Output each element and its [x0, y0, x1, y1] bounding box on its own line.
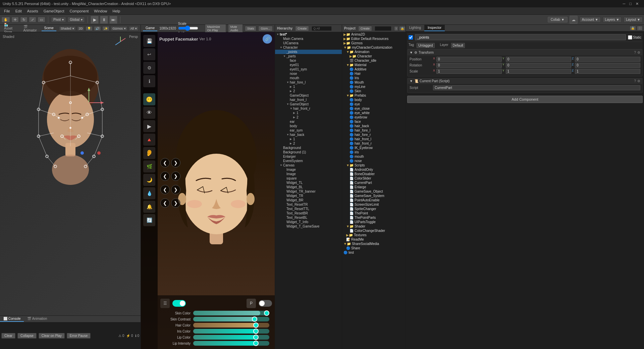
proj-nose-pref[interactable]: 🔵 nose: [342, 159, 406, 163]
tree-body[interactable]: body: [275, 124, 342, 128]
proj-androidonly[interactable]: 📄 AndroidOnly: [342, 167, 406, 172]
proj-editordefault[interactable]: ▶📁 Editor Default Resources: [342, 37, 406, 41]
settings-icon-btn[interactable]: ⚙: [143, 62, 155, 74]
tree-widgettinfo[interactable]: Widget_T_Info: [275, 220, 342, 224]
2d-toggle[interactable]: 2D: [77, 26, 85, 31]
menu-help[interactable]: Help: [110, 8, 123, 14]
error-pause-btn[interactable]: Error Pause: [67, 333, 91, 339]
tree-hairforel-2[interactable]: ▶ 2: [275, 89, 342, 93]
tree-textresettl[interactable]: Text_ResetTTL: [275, 207, 342, 211]
pivot-dropdown[interactable]: Pivot ▾: [51, 17, 66, 22]
tree-mouth[interactable]: mouth: [275, 76, 342, 80]
scale-z-input[interactable]: [575, 69, 640, 74]
proj-mycharacter[interactable]: ▼📁 myCharacterCustomization: [342, 45, 406, 50]
clear-btn[interactable]: Clear: [1, 333, 15, 339]
tree-eye01-sym[interactable]: eye01_sym: [275, 67, 342, 71]
maximize-on-play-btn[interactable]: Maximize On Play: [205, 24, 226, 33]
tree-widgettr[interactable]: Widget_TR: [275, 194, 342, 198]
back-icon-btn[interactable]: ↩: [143, 48, 155, 60]
collab-dropdown[interactable]: Collab ▼: [548, 17, 568, 22]
animator-tab[interactable]: 🎬 Animator: [21, 24, 39, 33]
nav-right-4[interactable]: ❯: [171, 198, 180, 208]
tree-go1[interactable]: GameObject: [275, 93, 342, 98]
lip-intensity-thumb[interactable]: [253, 341, 259, 346]
tree-square[interactable]: square: [275, 176, 342, 181]
proj-currentpart[interactable]: 📄 CurrentPart: [342, 181, 406, 185]
add-component-btn[interactable]: Add Component: [407, 96, 643, 103]
social-share-btn[interactable]: 🔗: [263, 34, 272, 44]
proj-textures[interactable]: ▶📁 Textures: [342, 233, 406, 237]
tree-test[interactable]: ▼ test*: [275, 32, 342, 37]
static-checkbox[interactable]: [628, 35, 632, 40]
proj-screensizelimit[interactable]: 📄 ScreenSizeLimit: [342, 202, 406, 207]
tree-hfr-2[interactable]: ▶ 2: [275, 115, 342, 119]
list-icon[interactable]: ☰: [160, 299, 170, 308]
currentpart-help[interactable]: ?: [634, 79, 636, 83]
nav-left-1[interactable]: ❮: [160, 158, 170, 167]
proj-skin[interactable]: 🔵 Skin: [342, 89, 406, 93]
pause-button[interactable]: ⏸: [100, 16, 108, 24]
inspector-lock-btn[interactable]: 🔒: [630, 26, 636, 31]
hierarchy-search[interactable]: [312, 26, 332, 31]
tree-hairfrontr[interactable]: ▼ hair_front_r: [275, 106, 342, 111]
tree-maincamera[interactable]: Main Camera: [275, 37, 342, 41]
proj-colorchangeshader[interactable]: 📄 ColorChangeShader: [342, 229, 406, 233]
minimize-btn[interactable]: ─: [623, 2, 626, 6]
animation-tab[interactable]: 🎬 Animation: [24, 316, 50, 322]
rot-x-input[interactable]: [436, 63, 502, 68]
proj-character-anim[interactable]: ▶📁 Character: [342, 54, 406, 58]
rot-z-input[interactable]: [575, 63, 640, 68]
proj-bonedisabler[interactable]: 📄 BoneDisabler: [342, 172, 406, 176]
tree-textresetbr[interactable]: Text_ResetBR: [275, 211, 342, 215]
tree-enlarger[interactable]: Enlarger: [275, 154, 342, 159]
tree-character[interactable]: ▼ Character: [275, 45, 342, 50]
layer-value[interactable]: Default: [451, 43, 465, 48]
hand-tool[interactable]: ✋: [1, 17, 10, 22]
scale-tool[interactable]: ⤢: [29, 17, 36, 22]
proj-share[interactable]: 🔵 Share: [342, 246, 406, 250]
account-dropdown[interactable]: Account ▼: [580, 17, 601, 22]
proj-gamesavesys[interactable]: 📄 GameSave_System: [342, 194, 406, 198]
toggle-1[interactable]: [172, 300, 186, 307]
console-tab[interactable]: ⬜ Console: [0, 316, 24, 322]
inspector-tab[interactable]: Inspector: [424, 25, 445, 31]
proj-test[interactable]: 🔵 test: [342, 250, 406, 255]
nav-right-1[interactable]: ❯: [171, 158, 180, 167]
project-nav-lock[interactable]: 🔒: [399, 26, 406, 31]
clear-on-play-btn[interactable]: Clear on Play: [39, 333, 65, 339]
proj-mouth-pref[interactable]: 🔵 mouth: [342, 154, 406, 159]
proj-eyebrow[interactable]: 🔵 eyebrow: [342, 115, 406, 119]
gizmos-game-btn[interactable]: Gizm...: [258, 26, 273, 31]
tree-widgetbr[interactable]: Widget_BR: [275, 198, 342, 202]
close-btn[interactable]: ✕: [636, 2, 639, 6]
save-icon-btn[interactable]: 💾: [143, 35, 155, 47]
inspector-more-btn[interactable]: ⋮: [637, 26, 643, 31]
tree-widgetbl[interactable]: Widget_BL: [275, 185, 342, 189]
tree-image2[interactable]: Image: [275, 172, 342, 176]
info-icon-btn[interactable]: ℹ: [143, 75, 155, 87]
tree-canvas[interactable]: ▼ Canvas: [275, 163, 342, 167]
proj-hairforer[interactable]: 🔵 hair_fore_r: [342, 133, 406, 137]
mute-audio-btn[interactable]: Mute Audio: [228, 24, 243, 33]
proj-hairfrontl[interactable]: 🔵 hair_front_l: [342, 137, 406, 141]
rect-tool[interactable]: ▭: [38, 17, 45, 22]
tree-hairfrontl[interactable]: hair_front_l: [275, 98, 342, 102]
nav-right-2[interactable]: ❯: [171, 171, 180, 181]
eye-icon-btn[interactable]: 👁: [143, 107, 155, 119]
proj-ikeyebrow[interactable]: 🔵 IK_Eyebrow: [342, 146, 406, 150]
lip-intensity-track[interactable]: [193, 341, 269, 346]
rot-y-input[interactable]: [506, 63, 571, 68]
project-nav-up[interactable]: ↑: [394, 26, 398, 31]
skin-contrast-track[interactable]: [193, 317, 269, 321]
scene-viewport[interactable]: Shaded Persp: [0, 32, 141, 315]
leaf-icon-btn[interactable]: 🌿: [143, 160, 155, 172]
all-dropdown[interactable]: All▾: [129, 26, 139, 31]
scale-x-input[interactable]: [436, 69, 502, 74]
game-viewport[interactable]: 💾 ↩ ⚙ ℹ 😶 👁 ▶ 🔺 👂 🌿: [141, 32, 275, 349]
project-search[interactable]: [375, 26, 391, 31]
maximize-btn[interactable]: □: [629, 2, 632, 6]
game-tab[interactable]: Game: [143, 26, 157, 31]
proj-sharesocial[interactable]: ▼📁 ShareSocialMedia: [342, 242, 406, 246]
proj-shader[interactable]: ▼📁 Shader: [342, 224, 406, 229]
proj-face[interactable]: 🔵 face: [342, 119, 406, 124]
